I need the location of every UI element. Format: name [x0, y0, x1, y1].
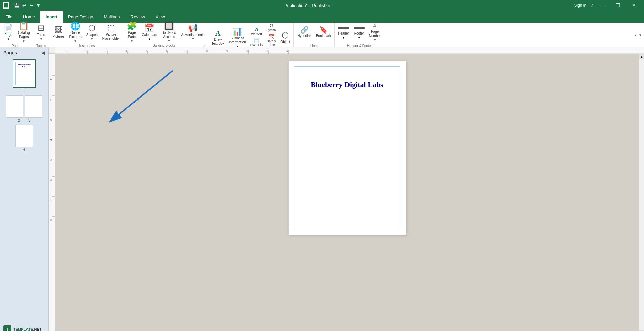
svg-text:2: 2: [86, 49, 87, 53]
tab-file[interactable]: File: [0, 11, 18, 23]
building-blocks-items: 🧩 Page Parts ▼ 📅 Calendars ▼ 🔲 Borders &…: [125, 23, 206, 42]
ribbon-scroll-down[interactable]: ▼: [638, 32, 643, 38]
symbol-button[interactable]: Ω Symbol: [265, 23, 278, 33]
ribbon-group-building-blocks: 🧩 Page Parts ▼ 📅 Calendars ▼ 🔲 Borders &…: [123, 23, 208, 47]
svg-text:8: 8: [49, 219, 53, 221]
svg-text:3: 3: [106, 49, 107, 53]
picture-placeholder-button[interactable]: ⬚ Picture Placeholder: [100, 23, 122, 42]
draw-text-box-button[interactable]: A Draw Text Box: [209, 28, 226, 47]
catalog-pages-icon: 📋: [19, 22, 29, 30]
svg-text:5: 5: [49, 159, 53, 161]
picture-placeholder-label: Picture Placeholder: [102, 32, 120, 41]
footer-button[interactable]: ═══ Footer ▼: [352, 23, 366, 42]
scroll-track[interactable]: [639, 59, 644, 330]
ruler-area: 1 2 3 4 5 6 7 8 9 10 11 12: [49, 47, 644, 331]
right-scrollbar: ▲ ▼: [639, 54, 644, 331]
table-button[interactable]: ⊞ Table ▼: [35, 23, 47, 42]
page-thumb-4[interactable]: [15, 125, 33, 147]
page-thumb-container-23: 2 3: [3, 95, 46, 122]
footer-label: Footer: [354, 31, 364, 36]
calendars-button[interactable]: 📅 Calendars ▼: [140, 23, 159, 42]
ribbon-group-header-footer: ═══ Header ▼ ═══ Footer ▼ # Page Number …: [335, 23, 384, 47]
business-info-button[interactable]: 📊 Business Information ▼: [227, 28, 248, 47]
main-container: Pages ◀ Blueberry Digital Labs 1: [0, 47, 644, 331]
header-button[interactable]: ═══ Header ▼: [336, 23, 351, 42]
header-footer-items: ═══ Header ▼ ═══ Footer ▼ # Page Number …: [336, 23, 383, 42]
title-bar-right: Sign in ? — ❐ ✕: [574, 0, 642, 11]
restore-button[interactable]: ❐: [610, 0, 625, 11]
borders-accents-button[interactable]: 🔲 Borders & Accents ▼: [160, 23, 178, 42]
business-info-icon: 📊: [232, 27, 243, 36]
hyperlink-button[interactable]: 🔗 Hyperlink: [295, 23, 313, 42]
tables-group-items: ⊞ Table ▼: [35, 23, 47, 42]
page-thumb-2[interactable]: [6, 95, 23, 118]
page-icon: 📄: [3, 24, 13, 32]
page-number-icon: #: [373, 23, 377, 29]
left-ruler: 1 2 3 4 5 6 7 8: [49, 54, 55, 331]
header-label: Header: [338, 31, 349, 36]
bookmark-icon: 🔖: [319, 26, 328, 33]
page-thumb-container-1: Blueberry Digital Labs 1: [3, 59, 46, 93]
template-logo: T TEMPLATE.NET: [0, 323, 48, 331]
svg-rect-0: [55, 47, 644, 54]
shapes-button[interactable]: ⬡ Shapes ▼: [84, 23, 100, 42]
tab-mailings[interactable]: Mailings: [99, 11, 125, 23]
sidebar-collapse-button[interactable]: ◀: [41, 50, 45, 55]
left-ruler-svg: 1 2 3 4 5 6 7 8: [49, 54, 55, 322]
page-thumb-3[interactable]: [25, 95, 42, 118]
page-num-1: 1: [23, 89, 25, 93]
top-ruler-container: 1 2 3 4 5 6 7 8 9 10 11 12: [49, 47, 644, 54]
tab-insert[interactable]: Insert: [40, 11, 63, 23]
online-pictures-button[interactable]: 🌐 Online Pictures ▼: [67, 23, 84, 42]
sidebar-title: Pages: [3, 50, 17, 55]
tab-view[interactable]: View: [150, 11, 170, 23]
page-thumb-1[interactable]: Blueberry Digital Labs: [13, 59, 36, 88]
object-button[interactable]: ⬡ Object: [278, 28, 292, 47]
online-pictures-icon: 🌐: [70, 22, 80, 30]
tab-home[interactable]: Home: [18, 11, 40, 23]
sign-in-button[interactable]: Sign in: [574, 3, 587, 8]
ribbon: File Home Insert Page Design Mailings Re…: [0, 11, 644, 47]
close-button[interactable]: ✕: [627, 0, 641, 11]
minimize-button[interactable]: —: [594, 0, 609, 11]
quick-access-toolbar: 💾 ↩ ↪ ▼: [14, 3, 41, 8]
customize-qa-button[interactable]: ▼: [36, 3, 41, 8]
help-button[interactable]: ?: [590, 3, 593, 8]
catalog-pages-button[interactable]: 📋 Catalog Pages ▼: [16, 23, 32, 42]
tab-review[interactable]: Review: [125, 11, 150, 23]
top-ruler: 1 2 3 4 5 6 7 8 9 10 11 12: [55, 47, 644, 54]
title-bar-left: 💾 ↩ ↪ ▼: [3, 2, 41, 9]
save-button[interactable]: 💾: [14, 3, 20, 8]
svg-text:6: 6: [166, 49, 168, 53]
insert-file-button[interactable]: 📄 Insert File: [249, 37, 265, 47]
wordart-button[interactable]: A WordArt: [249, 26, 265, 37]
undo-button[interactable]: ↩: [22, 3, 26, 8]
object-label: Object: [280, 40, 290, 44]
page-button[interactable]: 📄 Page ▼: [1, 23, 15, 42]
svg-text:6: 6: [49, 179, 53, 181]
template-logo-text: TEMPLATE.NET: [13, 327, 42, 331]
insert-file-icon: 📄: [254, 38, 259, 43]
illustrations-group-items: 🖼 Pictures 🌐 Online Pictures ▼ ⬡ Shapes …: [50, 23, 122, 42]
page-parts-button[interactable]: 🧩 Page Parts ▼: [125, 23, 139, 42]
page-number-button[interactable]: # Page Number ▼: [367, 23, 383, 42]
bookmark-button[interactable]: 🔖 Bookmark: [314, 23, 333, 42]
shapes-label: Shapes: [86, 33, 98, 37]
svg-text:9: 9: [226, 49, 228, 53]
svg-text:4: 4: [49, 139, 53, 141]
ribbon-group-links: 🔗 Hyperlink 🔖 Bookmark Links: [294, 23, 335, 47]
redo-button[interactable]: ↪: [29, 3, 33, 8]
hyperlink-icon: 🔗: [300, 26, 309, 33]
ribbon-content-bar: 📄 Page ▼ 📋 Catalog Pages ▼ Pages ⊞ Table…: [0, 23, 644, 47]
page-thumbnails: Blueberry Digital Labs 1 2 3 4: [0, 57, 48, 323]
svg-text:3: 3: [49, 119, 53, 121]
date-time-button[interactable]: 📆 Date & Time: [265, 34, 278, 47]
links-group-items: 🔗 Hyperlink 🔖 Bookmark: [295, 23, 333, 42]
scroll-up-button[interactable]: ▲: [639, 54, 644, 59]
pictures-label: Pictures: [52, 35, 64, 39]
advertisements-button[interactable]: 📢 Advertisements ▼: [179, 23, 207, 42]
tab-page-design[interactable]: Page Design: [63, 11, 98, 23]
pages-sidebar: Pages ◀ Blueberry Digital Labs 1: [0, 47, 49, 331]
pictures-button[interactable]: 🖼 Pictures: [50, 23, 66, 42]
ribbon-scroll-up[interactable]: ▲: [633, 32, 638, 38]
